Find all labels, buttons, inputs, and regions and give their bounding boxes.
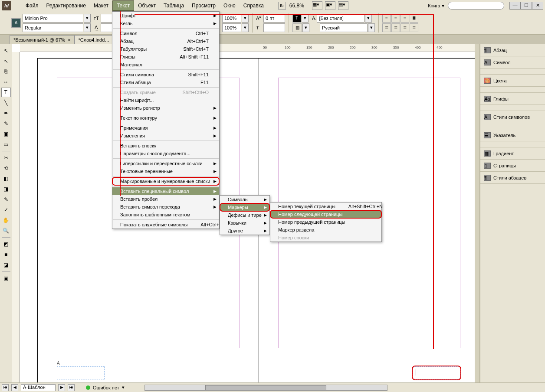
menu-item[interactable]: Заполнить шаблонным текстом <box>112 211 219 219</box>
window-maximize[interactable]: ☐ <box>521 2 532 10</box>
pencil-tool[interactable]: ✎ <box>1 119 11 128</box>
menu-item[interactable]: Кавычки▶ <box>220 219 269 227</box>
hand-tool[interactable]: ✋ <box>1 216 11 225</box>
first-page-button[interactable]: ⏮ <box>2 384 9 391</box>
fill-dropdown[interactable]: ▾ <box>302 14 309 23</box>
menu-item[interactable]: Параметры сносок документа... <box>112 150 219 157</box>
apply-none[interactable]: ◪ <box>1 260 11 270</box>
fill-swatch[interactable]: T <box>292 14 301 23</box>
panel-parastyles[interactable]: ¶Стили абзацев <box>480 172 545 184</box>
panel-pages[interactable]: ▯Страницы <box>480 160 545 172</box>
font-family-field[interactable]: Minion Pro <box>23 14 83 23</box>
menu-file[interactable]: Файл <box>22 1 43 10</box>
justify-left-button[interactable]: ≣ <box>382 23 391 32</box>
menu-help[interactable]: Справка <box>240 1 268 10</box>
menu-item[interactable]: СимволCtrl+T <box>112 29 219 37</box>
menu-item[interactable]: Стили абзацаF11 <box>112 78 219 86</box>
menu-item[interactable]: ГлифыAlt+Shift+F11 <box>112 53 219 61</box>
language-field[interactable]: Русский <box>320 23 368 32</box>
pen-tool[interactable]: ✒ <box>1 108 11 118</box>
menu-item[interactable]: Номер предыдущей страницы <box>270 218 381 226</box>
panel-charstyles[interactable]: AСтили символов <box>480 111 545 123</box>
fill-stroke-tool[interactable]: ◩ <box>1 239 11 249</box>
menu-item[interactable]: Маркер раздела <box>270 226 381 234</box>
menu-table[interactable]: Таблица <box>160 1 188 10</box>
menu-item[interactable]: Маркеры▶ <box>220 203 269 211</box>
font-family-dropdown[interactable]: ▾ <box>84 14 91 23</box>
panel-index[interactable]: ☰Указатель <box>480 129 545 141</box>
bridge-button[interactable]: Br <box>278 2 286 10</box>
stroke-dropdown[interactable]: ▾ <box>302 23 309 32</box>
menu-item[interactable]: Примечания▶ <box>112 124 219 132</box>
menu-item[interactable]: ТабуляторыShift+Ctrl+T <box>112 45 219 53</box>
skew-field[interactable] <box>263 23 285 32</box>
menu-item[interactable]: Кегль▶ <box>112 20 219 27</box>
window-close[interactable]: ✕ <box>532 2 543 10</box>
rect-tool[interactable]: ▭ <box>1 140 11 149</box>
justify-button[interactable]: ≣ <box>410 14 418 23</box>
hscale-field[interactable]: 100% <box>222 23 241 32</box>
zoom-level[interactable]: 66,8% <box>289 3 304 9</box>
menu-item[interactable]: Текстовые переменные▶ <box>112 167 219 175</box>
arrange-icon[interactable]: ▣▾ <box>325 1 335 10</box>
menu-view[interactable]: Просмотр <box>188 1 220 10</box>
menu-edit[interactable]: Редактирование <box>43 1 90 10</box>
screen-mode-tool[interactable]: ▣ <box>1 274 11 283</box>
align-right-button[interactable]: ≡ <box>401 14 409 23</box>
menu-item[interactable]: Стили символаShift+F11 <box>112 71 219 78</box>
menu-item[interactable]: Вставить специальный символ▶ <box>112 187 219 195</box>
rect-frame-tool[interactable]: ▣ <box>1 129 11 139</box>
gap-tool[interactable]: ↔ <box>1 77 11 87</box>
panel-character[interactable]: AСимвол <box>480 56 545 69</box>
gradient-swatch-tool[interactable]: ◧ <box>1 174 11 183</box>
scrollbar-thumb[interactable] <box>205 385 326 390</box>
menu-item[interactable]: Шрифт▶ <box>112 12 219 20</box>
menu-item[interactable]: Показать служебные символыAlt+Ctrl+I <box>112 221 219 229</box>
vscale-field[interactable]: 100% <box>222 14 241 23</box>
transform-tool[interactable]: ⟲ <box>1 163 11 173</box>
menu-item[interactable]: Вставить сноску <box>112 142 219 150</box>
zoom-tool[interactable]: 🔍 <box>1 226 11 235</box>
menu-item[interactable]: Символы▶ <box>220 196 269 203</box>
menu-item[interactable]: Вставить пробел▶ <box>112 195 219 203</box>
window-minimize[interactable]: — <box>509 2 521 10</box>
hscale-dropdown[interactable]: ▾ <box>242 23 249 32</box>
menu-item[interactable]: АбзацAlt+Ctrl+T <box>112 37 219 45</box>
menu-item[interactable]: Текст по контуру▶ <box>112 114 219 122</box>
menu-item[interactable]: Дефисы и тире▶ <box>220 211 269 219</box>
menu-text[interactable]: Текст <box>112 0 134 11</box>
panel-paragraph[interactable]: ¶Абзац <box>480 44 545 56</box>
char-style-dropdown[interactable]: ▾ <box>365 14 372 23</box>
last-page-button[interactable]: ⏭ <box>68 384 75 391</box>
justify-right-button[interactable]: ≣ <box>401 23 409 32</box>
menu-window[interactable]: Окно <box>220 1 240 10</box>
next-page-button[interactable]: ▶ <box>58 384 65 391</box>
page-number-frame-left[interactable] <box>57 366 105 379</box>
menu-item[interactable]: Гиперссылки и перекрестные ссылки▶ <box>112 160 219 167</box>
apply-color[interactable]: ■ <box>1 250 11 259</box>
panel-color[interactable]: 🎨Цвета <box>480 75 545 87</box>
menu-item[interactable]: Номер текущей страницыAlt+Shift+Ctrl+N <box>270 203 381 210</box>
menu-item[interactable]: Материал <box>112 61 219 69</box>
char-format-toggle[interactable]: A <box>11 18 21 28</box>
menu-item[interactable]: Маркированные и нумерованные списки▶ <box>112 177 219 185</box>
menu-item[interactable]: Другое▶ <box>220 227 269 235</box>
type-tool[interactable]: T <box>1 88 11 97</box>
menu-item[interactable]: Изменения▶ <box>112 132 219 140</box>
eyedropper-tool[interactable]: ✓ <box>1 205 11 215</box>
vscale-dropdown[interactable]: ▾ <box>242 14 249 23</box>
panel-glyphs[interactable]: AaГлифы <box>480 93 545 105</box>
menu-object[interactable]: Объект <box>134 1 160 10</box>
font-style-dropdown[interactable]: ▾ <box>84 23 91 32</box>
view-options-icon[interactable]: ▤▾ <box>338 1 348 10</box>
prev-page-button[interactable]: ◀ <box>11 384 18 391</box>
page-tool[interactable]: ⎘ <box>1 67 11 76</box>
char-style-field[interactable]: [Без стиля] <box>317 14 364 23</box>
align-left-button[interactable]: ≡ <box>382 14 391 23</box>
search-input[interactable] <box>448 2 504 10</box>
line-tool[interactable]: ╲ <box>1 98 11 108</box>
menu-layout[interactable]: Макет <box>90 1 112 10</box>
scissors-tool[interactable]: ✂ <box>1 153 11 163</box>
justify-center-button[interactable]: ≣ <box>391 23 400 32</box>
gradient-feather-tool[interactable]: ◨ <box>1 184 11 194</box>
